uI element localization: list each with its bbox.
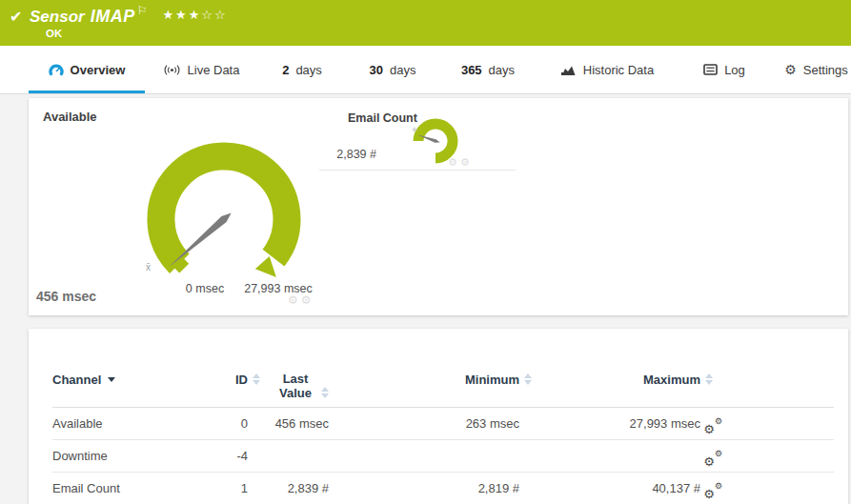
table-row-downtime[interactable]: Downtime -4 ⚙⚙ <box>52 440 834 473</box>
tab-label: days <box>295 63 321 77</box>
historic-chart-icon <box>560 64 577 76</box>
live-broadcast-icon <box>163 64 181 76</box>
tab-label: Historic Data <box>583 63 654 77</box>
mean-marker: x̄ <box>146 262 151 272</box>
gauge-min-label: 0 msec <box>172 282 238 295</box>
available-gauge-label: Available <box>43 110 97 124</box>
column-label: ID <box>235 373 248 387</box>
tab-label: Overview <box>71 63 126 77</box>
gauge-settings-icons[interactable]: ⚙⚙ <box>288 293 314 307</box>
tab-2-days[interactable]: 2 days <box>274 46 330 93</box>
tab-number: 30 <box>370 63 383 77</box>
channel-name[interactable]: Downtime <box>52 449 214 463</box>
tab-label: Settings <box>803 63 848 77</box>
channel-id: -4 <box>214 449 262 463</box>
column-header-maximum[interactable]: Maximum <box>534 373 715 387</box>
tab-bar: Overview Live Data 2 days 30 days 365 da… <box>0 46 851 94</box>
status-check-icon: ✔ <box>10 8 22 26</box>
sort-icon[interactable] <box>252 373 262 387</box>
email-count-gauge-label: Email Count <box>348 111 417 125</box>
channel-maximum: 27,993 msec <box>534 416 715 431</box>
tab-label: days <box>489 63 515 77</box>
gauges-panel: Available x̄ 0 msec 27,993 msec 456 msec… <box>29 98 848 315</box>
gear-icon: ⚙ <box>715 416 722 426</box>
channel-name[interactable]: Email Count <box>52 481 214 495</box>
channel-maximum: 40,137 # <box>534 481 715 495</box>
flag-icon[interactable]: ⚐ <box>137 4 148 17</box>
tab-label: Live Data <box>188 63 240 77</box>
gear-icon: ⚙ <box>703 422 715 436</box>
table-row-available[interactable]: Available 0 456 msec 263 msec 27,993 mse… <box>52 408 834 440</box>
gear-icon[interactable]: ⚙ <box>288 293 301 307</box>
tab-overview[interactable]: Overview <box>29 46 145 93</box>
sensor-title: SensorIMAP⚐★★★☆☆ <box>30 4 228 27</box>
sort-icon[interactable] <box>523 373 534 387</box>
tab-label: Log <box>724 63 745 77</box>
gear-icon[interactable]: ⚙ <box>448 156 460 168</box>
tab-number: 365 <box>461 63 482 77</box>
priority-stars[interactable]: ★★★☆☆ <box>162 8 227 22</box>
channel-name[interactable]: Available <box>52 416 214 431</box>
gauge-settings-icons[interactable]: ⚙⚙ <box>448 156 473 169</box>
gear-icon: ⚙ <box>715 449 722 458</box>
available-gauge-value: 456 msec <box>36 289 96 304</box>
column-header-id[interactable]: ID <box>214 373 262 387</box>
column-header-minimum[interactable]: Minimum <box>343 373 534 387</box>
channel-minimum: 2,819 # <box>343 481 534 495</box>
channel-table-panel: Channel ID Last Value Minimum Maximum Av… <box>29 329 848 504</box>
table-header-row: Channel ID Last Value Minimum Maximum <box>52 329 834 408</box>
gear-icon[interactable]: ⚙ <box>460 156 473 168</box>
sort-icon[interactable] <box>320 386 331 400</box>
column-label: Maximum <box>643 373 700 387</box>
column-label: Last Value <box>274 373 316 401</box>
sensor-title-name: IMAP <box>91 7 135 26</box>
gear-icon: ⚙ <box>715 481 722 491</box>
gauge-icon <box>49 63 64 76</box>
tab-365-days[interactable]: 365 days <box>454 46 522 93</box>
gear-icon[interactable]: ⚙ <box>301 293 314 307</box>
tab-settings[interactable]: ⚙ Settings <box>781 46 851 93</box>
channel-minimum: 263 msec <box>343 416 534 431</box>
sort-desc-icon <box>108 377 115 382</box>
gear-icon: ⚙ <box>703 454 715 469</box>
gear-icon: ⚙ <box>784 63 797 76</box>
gear-icon: ⚙ <box>703 487 715 501</box>
column-header-channel[interactable]: Channel <box>52 373 214 387</box>
tab-30-days[interactable]: 30 days <box>362 46 423 93</box>
column-label: Channel <box>52 373 101 387</box>
sort-icon[interactable] <box>704 373 715 387</box>
tab-log[interactable]: Log <box>694 46 755 93</box>
sensor-status-header: ✔ SensorIMAP⚐★★★☆☆ OK <box>0 0 851 46</box>
email-count-gauge-value: 2,839 # <box>314 148 376 161</box>
column-label: Minimum <box>465 373 519 387</box>
divider <box>319 170 516 171</box>
table-row-email-count[interactable]: Email Count 1 2,839 # 2,819 # 40,137 # ⚙… <box>52 473 834 504</box>
status-badge: OK <box>46 28 62 39</box>
tab-label: days <box>390 63 415 77</box>
tab-number: 2 <box>282 63 289 77</box>
tab-live-data[interactable]: Live Data <box>155 46 247 93</box>
channel-id: 1 <box>214 481 262 495</box>
column-header-last-value[interactable]: Last Value <box>262 373 343 401</box>
log-icon <box>703 64 718 75</box>
tab-historic-data[interactable]: Historic Data <box>551 46 663 93</box>
channel-last-value: 456 msec <box>262 416 343 431</box>
sensor-title-prefix: Sensor <box>30 8 85 26</box>
channel-last-value: 2,839 # <box>262 481 343 495</box>
channel-id: 0 <box>214 416 262 431</box>
